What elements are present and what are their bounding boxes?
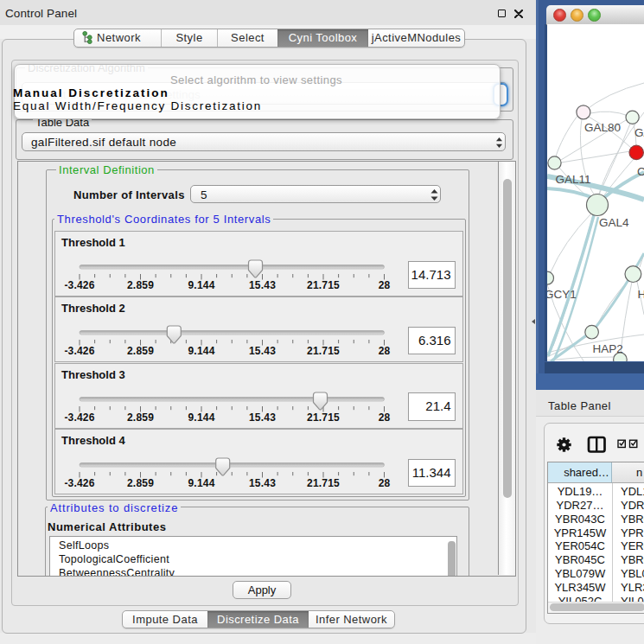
svg-text:-3.426: -3.426 [64, 279, 94, 291]
svg-text:28: 28 [379, 477, 391, 489]
svg-text:GAL11: GAL11 [556, 173, 591, 186]
svg-text:21.715: 21.715 [307, 279, 340, 291]
svg-text:21.715: 21.715 [307, 345, 340, 357]
svg-text:-3.426: -3.426 [64, 345, 94, 357]
svg-text:GAL80: GAL80 [584, 121, 621, 134]
svg-text:15.43: 15.43 [249, 279, 276, 291]
svg-text:GAL4: GAL4 [599, 216, 629, 229]
svg-text:H: H [638, 288, 644, 301]
svg-text:GAL: GAL [634, 126, 644, 139]
svg-text:21.715: 21.715 [307, 477, 340, 489]
svg-text:9.144: 9.144 [188, 477, 214, 489]
svg-text:2.859: 2.859 [127, 411, 154, 424]
svg-text:28: 28 [379, 279, 391, 291]
svg-text:15.43: 15.43 [249, 345, 276, 357]
svg-text:15.43: 15.43 [249, 477, 276, 489]
svg-text:2.859: 2.859 [127, 477, 154, 489]
svg-text:C: C [637, 165, 644, 178]
svg-text:9.144: 9.144 [188, 279, 214, 291]
svg-text:-3.426: -3.426 [64, 477, 94, 489]
svg-text:9.144: 9.144 [188, 345, 214, 357]
svg-text:-3.426: -3.426 [64, 411, 94, 424]
svg-text:2.859: 2.859 [127, 279, 154, 291]
svg-text:2.859: 2.859 [127, 345, 154, 357]
svg-text:28: 28 [379, 411, 391, 424]
svg-text:21.715: 21.715 [307, 411, 340, 424]
svg-text:9.144: 9.144 [188, 411, 214, 424]
svg-text:28: 28 [379, 345, 391, 357]
svg-text:GCY1: GCY1 [547, 288, 577, 301]
svg-text:HAP2: HAP2 [593, 342, 623, 355]
svg-text:15.43: 15.43 [249, 411, 276, 424]
